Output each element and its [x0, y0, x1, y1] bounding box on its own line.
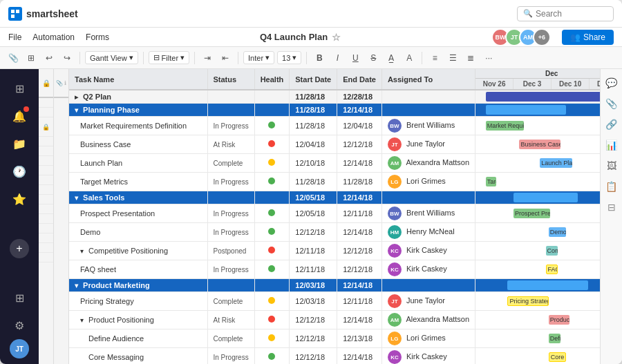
comments-icon[interactable]: 💬	[603, 75, 620, 91]
sidebar-folder-icon[interactable]: 📁	[7, 131, 32, 156]
user-avatar: LG	[388, 175, 402, 189]
search-input[interactable]	[536, 9, 607, 19]
table-row[interactable]: Demo In Progress 12/12/18 12/14/18	[69, 223, 600, 242]
gantt-view-button[interactable]: Gantt View ▾	[85, 51, 138, 64]
share-button[interactable]: 👥 Share	[562, 30, 614, 45]
underline-button[interactable]: U	[348, 50, 363, 66]
toolbar-sep-4	[238, 52, 238, 64]
menu-file[interactable]: File	[8, 32, 21, 42]
align-left-button[interactable]: ≡	[427, 50, 442, 66]
svg-rect-2	[11, 15, 15, 18]
gantt-bar-wrapper: Market Requirements Definition	[478, 121, 600, 131]
menu-bar: File Automation Forms Q4 Launch Plan ☆ B…	[0, 28, 622, 47]
search-box[interactable]: 🔍	[517, 6, 614, 21]
filter-panel-icon[interactable]: ⊟	[603, 199, 620, 215]
table-row[interactable]: ▸ Q2 Plan 11/28/18 12/28/18	[69, 90, 600, 104]
collapse-icon[interactable]: ▾	[80, 316, 84, 324]
toolbar-undo-icon[interactable]: ↩	[41, 50, 57, 66]
table-row[interactable]: ▾ Planning Phase 11/28/18 12/14/18	[69, 104, 600, 117]
image-icon[interactable]: 🖼	[603, 157, 620, 174]
row-ctrl-6	[39, 156, 53, 166]
highlight-button[interactable]: A̲	[384, 50, 399, 66]
sidebar-grid-icon[interactable]: ⊞	[7, 285, 32, 310]
status-cell: Complete	[207, 292, 254, 311]
font-selector[interactable]: Inter ▾	[243, 51, 274, 64]
sidebar-add-button[interactable]: +	[10, 239, 29, 258]
text-color-button[interactable]: A	[402, 50, 417, 66]
health-cell	[254, 260, 290, 279]
expand-icon[interactable]: ▾	[75, 106, 78, 114]
row-ctrl-8	[39, 175, 53, 185]
toolbar-sep-3	[194, 52, 195, 64]
table-row[interactable]: Market Requirements Definition In Progre…	[69, 117, 600, 135]
toolbar-outdent-icon[interactable]: ⇤	[218, 50, 233, 66]
row-controls-col: 🔒 🔒	[39, 69, 54, 364]
strikethrough-button[interactable]: S	[366, 50, 381, 66]
sidebar-star-icon[interactable]: ⭐	[7, 186, 32, 211]
row-ctrl-5	[39, 146, 53, 156]
expand-icon[interactable]: ▾	[75, 282, 78, 289]
health-cell	[254, 329, 290, 348]
end-cell: 12/14/18	[337, 311, 382, 329]
font-size-selector[interactable]: 13 ▾	[277, 51, 301, 64]
expand-icon[interactable]: ▾	[75, 194, 78, 202]
bold-button[interactable]: B	[312, 50, 327, 66]
row-ctrl-4	[39, 137, 53, 146]
chart-icon[interactable]: 📊	[603, 137, 620, 153]
gantt-cell: FAQ sheet	[475, 260, 600, 279]
task-name-cell: Pricing Strategy	[69, 292, 207, 311]
task-name-cell: ▸ Q2 Plan	[69, 90, 207, 104]
table-row[interactable]: ▾ Sales Tools 12/05/18 12/14/18	[69, 191, 600, 204]
table-row[interactable]: FAQ sheet In Progress 12/11/18 12/12/18	[69, 260, 600, 279]
gantt-cell	[475, 191, 600, 204]
form-icon[interactable]: 📋	[603, 178, 620, 195]
task-name-cell: Target Metrics	[69, 173, 207, 191]
table-row[interactable]: Launch Plan Complete 12/10/18 12/14/18	[69, 154, 600, 173]
table-row[interactable]: Target Metrics In Progress 11/28/18 11/2…	[69, 173, 600, 191]
grid-container[interactable]: Task Name Status Health Start Date End D…	[69, 69, 600, 364]
sidebar-home-icon[interactable]: ⊞	[7, 76, 32, 101]
menu-automation[interactable]: Automation	[32, 32, 75, 42]
assigned-cell	[381, 191, 475, 204]
table-row[interactable]: ▾ Competitive Positioning Postponed 12/1…	[69, 242, 600, 260]
task-name-cell: Define Audience	[69, 329, 207, 348]
table-row[interactable]: Business Case At Risk 12/04/18 12/12/18	[69, 135, 600, 154]
task-name-cell: Core Messaging	[69, 348, 207, 365]
gantt-cell: Target Metrics	[475, 173, 600, 191]
toolbar-grid-icon[interactable]: ⊞	[23, 50, 39, 66]
toolbar-indent-icon[interactable]: ⇥	[200, 50, 215, 66]
gantt-cell	[475, 279, 600, 292]
gantt-cell	[475, 104, 600, 117]
user-avatar-sidebar[interactable]: JT	[10, 339, 29, 358]
table-row[interactable]: Pricing Strategy Complete 12/03/18 12/11…	[69, 292, 600, 311]
health-cell	[254, 292, 290, 311]
table-row[interactable]: ▾ Product Positioning At Risk 12/12/18	[69, 311, 600, 329]
filter-button[interactable]: ⊟ Filter ▾	[149, 51, 189, 64]
toolbar-attach-icon[interactable]: 📎	[6, 50, 21, 66]
assigned-cell	[381, 90, 475, 104]
italic-button[interactable]: I	[330, 50, 345, 66]
collapse-icon[interactable]: ▾	[80, 247, 84, 255]
sidebar-bell-icon[interactable]: 🔔	[7, 104, 32, 128]
attachments-icon[interactable]: 📎	[603, 95, 620, 112]
task-name-cell: Launch Plan	[69, 154, 207, 173]
align-center-button[interactable]: ☰	[445, 50, 460, 66]
gantt-cell: Business Case	[475, 135, 600, 154]
table-row[interactable]: Core Messaging In Progress 12/12/18 12/1…	[69, 348, 600, 365]
more-options-button[interactable]: ···	[481, 50, 496, 66]
align-right-button[interactable]: ≣	[463, 50, 478, 66]
health-cell	[254, 311, 290, 329]
expand-icon[interactable]: ▸	[75, 93, 78, 101]
sidebar-clock-icon[interactable]: 🕐	[7, 159, 32, 184]
sidebar-settings-icon[interactable]: ⚙	[7, 313, 32, 338]
table-row[interactable]: Define Audience Complete 12/12/18 12/13/…	[69, 329, 600, 348]
health-indicator	[268, 353, 275, 360]
table-row[interactable]: Prospect Presentation In Progress 12/05/…	[69, 204, 600, 223]
dec17-header: Dec 17	[590, 79, 600, 89]
table-row[interactable]: ▾ Product Marketing 12/03/18 12/14/18	[69, 279, 600, 292]
toolbar-sep-6	[422, 52, 422, 64]
links-icon[interactable]: 🔗	[603, 116, 620, 133]
favorite-icon[interactable]: ☆	[332, 32, 341, 43]
menu-forms[interactable]: Forms	[86, 32, 109, 42]
toolbar-redo-icon[interactable]: ↪	[59, 50, 75, 66]
